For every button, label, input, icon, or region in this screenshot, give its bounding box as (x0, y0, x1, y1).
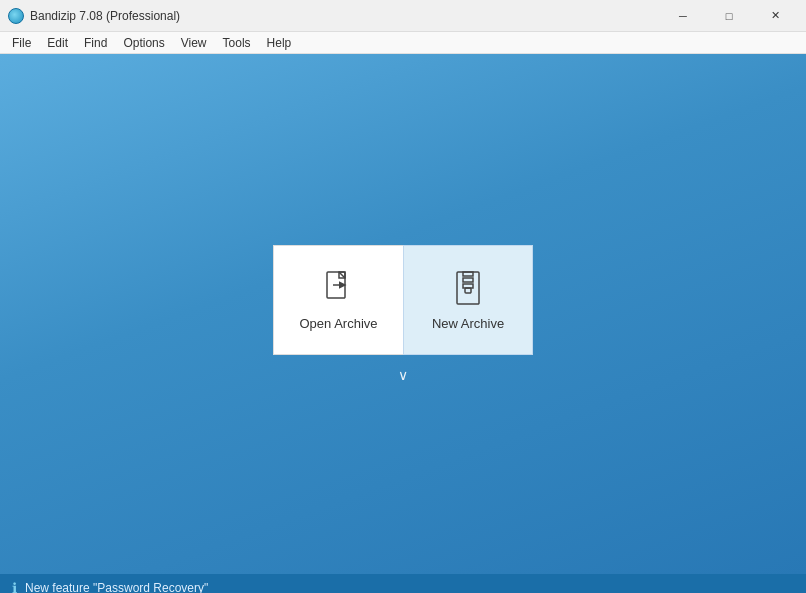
svg-rect-7 (463, 278, 473, 282)
svg-rect-6 (463, 272, 473, 276)
info-icon: ℹ (12, 580, 17, 593)
menu-item-tools[interactable]: Tools (215, 32, 259, 54)
svg-line-1 (339, 272, 345, 278)
new-archive-icon (450, 270, 486, 306)
new-archive-label: New Archive (432, 316, 504, 331)
new-archive-card[interactable]: New Archive (403, 245, 533, 355)
close-button[interactable]: ✕ (752, 0, 798, 32)
menubar: FileEditFindOptionsViewToolsHelp (0, 32, 806, 54)
menu-item-file[interactable]: File (4, 32, 39, 54)
menu-item-edit[interactable]: Edit (39, 32, 76, 54)
main-content: Open Archive New Archive ∨ (0, 54, 806, 574)
menu-item-view[interactable]: View (173, 32, 215, 54)
app-icon (8, 8, 24, 24)
action-cards: Open Archive New Archive (273, 245, 533, 355)
statusbar-message: New feature "Password Recovery" (25, 581, 208, 593)
menu-item-options[interactable]: Options (115, 32, 172, 54)
open-archive-label: Open Archive (299, 316, 377, 331)
expand-chevron[interactable]: ∨ (398, 367, 408, 383)
titlebar: Bandizip 7.08 (Professional) ─ □ ✕ (0, 0, 806, 32)
statusbar: ℹ New feature "Password Recovery" (0, 574, 806, 593)
open-archive-card[interactable]: Open Archive (273, 245, 403, 355)
open-archive-icon (321, 270, 357, 306)
window-controls: ─ □ ✕ (660, 0, 798, 32)
minimize-button[interactable]: ─ (660, 0, 706, 32)
menu-item-find[interactable]: Find (76, 32, 115, 54)
window-title: Bandizip 7.08 (Professional) (30, 9, 660, 23)
menu-item-help[interactable]: Help (259, 32, 300, 54)
maximize-button[interactable]: □ (706, 0, 752, 32)
svg-rect-9 (465, 288, 471, 293)
